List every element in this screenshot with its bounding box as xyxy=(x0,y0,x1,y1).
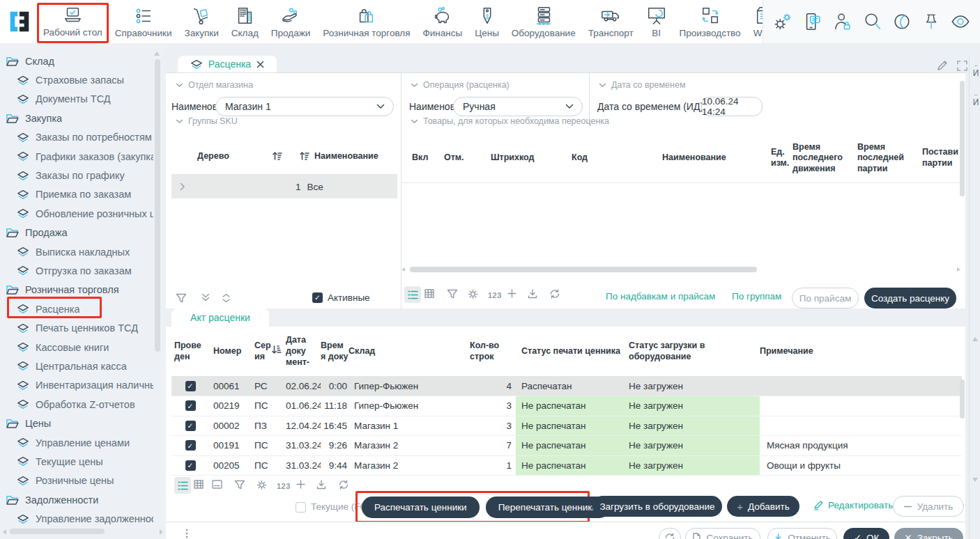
sidebar-item-розничные-цены[interactable]: Розничные цены xyxy=(0,471,153,490)
refresh-icon[interactable] xyxy=(549,289,560,299)
add-icon[interactable] xyxy=(296,480,305,489)
user-lock-icon[interactable] xyxy=(832,11,853,32)
chevron-right-icon[interactable] xyxy=(180,182,185,191)
goods-hscrollbar[interactable] xyxy=(406,267,956,273)
row-checkbox[interactable]: ✓ xyxy=(185,440,196,451)
topbar-item[interactable]: Производство xyxy=(673,0,747,43)
scroll-right-icon[interactable] xyxy=(957,267,960,272)
topbar-item[interactable]: Продажи xyxy=(265,0,316,43)
column-tree[interactable]: Дерево xyxy=(171,151,255,161)
topbar-item[interactable]: $Цены xyxy=(468,0,505,43)
sidebar-item-отгрузка-по-заказам[interactable]: Отгрузка по заказам xyxy=(0,261,153,280)
sidebar-group[interactable]: Цены xyxy=(0,414,153,432)
sidebar-item-приемка-по-заказам[interactable]: Приемка по заказам xyxy=(0,185,153,204)
filter-icon[interactable] xyxy=(447,289,458,299)
collapsed-panel-tab[interactable]: －И xyxy=(972,61,979,78)
sidebar-item-управление-задолженностям[interactable]: Управление задолженностям xyxy=(0,509,153,528)
close-tab-icon[interactable] xyxy=(257,61,264,68)
acts-row[interactable]: ✓00002ПЗ12.04.2416:45Магазин 13Не распеч… xyxy=(171,416,962,436)
filter-icon[interactable] xyxy=(176,293,187,304)
sidebar-group[interactable]: Закупка xyxy=(0,109,153,127)
panel-department[interactable]: Отдел магазина xyxy=(176,80,253,90)
grid-view-icon[interactable] xyxy=(194,480,204,489)
goods-column-header[interactable]: Код xyxy=(572,133,641,183)
list-view-icon[interactable] xyxy=(404,286,421,303)
pin-icon[interactable] xyxy=(921,11,941,32)
sidebar-item-инвентаризация-наличных[interactable]: Инвентаризация наличных xyxy=(0,376,153,395)
gear-icon[interactable] xyxy=(468,289,478,299)
numbering-toggle[interactable]: 123 xyxy=(488,291,502,299)
goods-column-header[interactable]: Время последней партии xyxy=(857,133,919,183)
print-tags-button[interactable]: Распечатать ценники xyxy=(362,497,480,518)
reprint-tags-button[interactable]: Перепечатать ценники xyxy=(486,497,610,518)
acts-row[interactable]: ✓00219ПС01.06.2411:18Гипер-Фьюжен3Не рас… xyxy=(171,396,962,416)
tab-rascenka[interactable]: Расценка xyxy=(178,56,277,72)
delete-button[interactable]: Удалить xyxy=(893,496,964,517)
by-price-button[interactable]: По прайсам xyxy=(792,288,859,308)
tab-acts[interactable]: Акт расценки xyxy=(171,308,269,327)
sidebar-item-кассовые-книги[interactable]: Кассовые книги xyxy=(0,338,153,357)
collapsed-panel-tab[interactable]: －И xyxy=(972,91,979,107)
topbar-item[interactable]: Транспорт xyxy=(582,0,640,43)
panel-operation[interactable]: Операция (расценка) xyxy=(411,80,510,90)
row-checkbox[interactable]: ✓ xyxy=(185,460,196,471)
sidebar-vscrollbar[interactable] xyxy=(155,59,160,352)
add-button[interactable]: + Добавить xyxy=(727,496,799,517)
sidebar-item-центральная-касса[interactable]: Центральная касса xyxy=(0,357,153,375)
sort-asc-icon[interactable] xyxy=(300,151,309,160)
device-chat-icon[interactable] xyxy=(802,11,823,32)
row-checkbox[interactable]: ✓ xyxy=(185,400,196,411)
sidebar-item-страховые-запасы[interactable]: Страховые запасы xyxy=(0,70,153,89)
sidebar-item-заказы-по-графику[interactable]: Заказы по графику xyxy=(0,166,153,185)
link-by-markup[interactable]: По надбавкам и прайсам xyxy=(606,291,715,302)
datetime-field[interactable]: 10.06.24 14:24 xyxy=(701,97,763,116)
link-by-groups[interactable]: По группам xyxy=(732,291,781,302)
active-checkbox[interactable]: ✓ xyxy=(312,292,323,303)
topbar-item[interactable]: Склад xyxy=(225,0,265,43)
close-button[interactable]: ✕ Закрыть xyxy=(894,528,963,539)
download-icon[interactable] xyxy=(316,480,326,490)
card-view-icon[interactable] xyxy=(212,480,222,489)
edit-layout-icon[interactable] xyxy=(937,60,948,71)
grid-view-icon[interactable] xyxy=(424,289,434,298)
acts-vscrollbar[interactable] xyxy=(960,380,965,419)
sidebar-item-графики-заказов-закупка-[interactable]: Графики заказов (закупка) xyxy=(0,147,153,166)
panel-datetime[interactable]: Дата со временем xyxy=(599,80,686,90)
store-select[interactable]: Магазин 1 xyxy=(215,97,394,116)
sidebar-item-текущие-цены[interactable]: Текущие цены xyxy=(0,452,153,471)
goods-column-header[interactable]: Постави партии xyxy=(922,133,965,183)
operation-select[interactable]: Ручная xyxy=(453,97,583,116)
ok-button[interactable]: ✓ ОК xyxy=(843,528,889,539)
clock-icon[interactable] xyxy=(891,11,912,32)
eye-icon[interactable] xyxy=(950,11,971,32)
refresh-button[interactable] xyxy=(659,528,681,539)
topbar-item[interactable]: Финансы xyxy=(417,0,469,43)
numbering-toggle[interactable]: 123 xyxy=(277,482,291,490)
topbar-item[interactable]: Оборудование xyxy=(505,0,582,43)
sidebar-item-заказы-по-потребностям[interactable]: Заказы по потребностям xyxy=(0,128,153,147)
collapse-icon[interactable] xyxy=(222,293,231,303)
sidebar-scroll-up-icon[interactable] xyxy=(154,52,160,56)
sidebar-group[interactable]: Склад xyxy=(0,52,153,70)
sidebar-item-выписка-накладных[interactable]: Выписка накладных xyxy=(0,242,153,261)
expand-icon[interactable] xyxy=(957,60,967,71)
cancel-button[interactable]: Отменить xyxy=(767,528,837,539)
sku-row-all[interactable]: 1 Все xyxy=(171,175,397,198)
goods-vscrollbar[interactable] xyxy=(960,81,965,196)
goods-column-header[interactable]: Штрихкод xyxy=(491,133,557,183)
sidebar-item-управление-ценами[interactable]: Управление ценами xyxy=(0,433,153,452)
acts-row[interactable]: ✓00061РС02.06.240:00Гипер-Фьюжен4Распеча… xyxy=(171,376,962,396)
topbar-item[interactable]: Справочники xyxy=(109,0,178,43)
sidebar-group[interactable]: Продажа xyxy=(0,224,153,242)
topbar-item[interactable]: Закупки xyxy=(178,0,225,43)
panel-goods[interactable]: Товары, для которых необходима переоценк… xyxy=(411,116,609,126)
sidebar-item-обработка-z-отчетов[interactable]: Обработка Z-отчетов xyxy=(0,395,153,414)
edit-button[interactable]: Редактировать xyxy=(813,500,893,510)
download-icon[interactable] xyxy=(528,289,537,299)
topbar-item[interactable]: Рабочий стол xyxy=(37,3,109,43)
panel-sku-groups[interactable]: Группы SKU xyxy=(176,116,238,126)
add-icon[interactable] xyxy=(507,289,516,298)
scroll-left-icon[interactable] xyxy=(3,529,6,535)
filter-icon[interactable] xyxy=(234,480,245,490)
row-checkbox[interactable]: ✓ xyxy=(185,381,196,391)
